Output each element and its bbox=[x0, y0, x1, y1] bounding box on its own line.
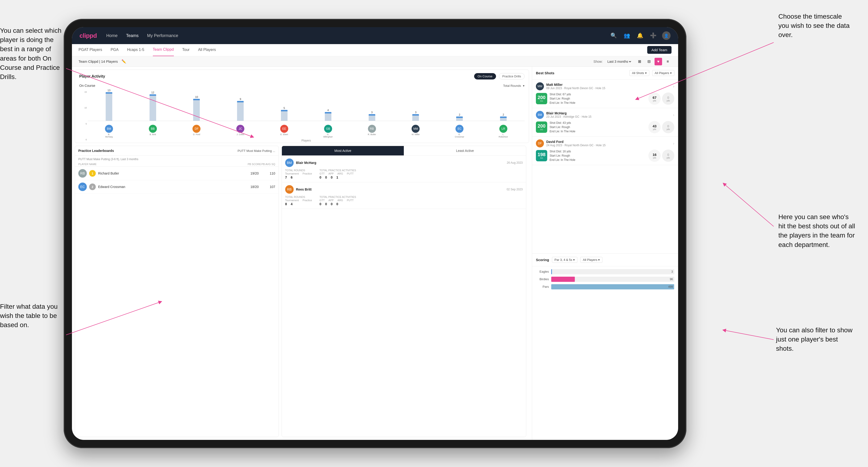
player-avatar-lrobertson: LR L. Robertson bbox=[482, 125, 525, 138]
birdies-bar-fill bbox=[551, 277, 575, 282]
tab-pga[interactable]: PGA bbox=[111, 44, 119, 56]
shot-metric-dist-matt: 67 yds bbox=[648, 92, 661, 105]
birdies-value: 96 bbox=[670, 278, 673, 281]
nav-my-performance[interactable]: My Performance bbox=[147, 33, 178, 38]
tab-most-active[interactable]: Most Active bbox=[282, 146, 404, 155]
shot-metric-dist-david: 16 yds bbox=[648, 150, 661, 162]
total-rounds-group-blair: Total Rounds Tournament Practice 7 6 bbox=[285, 169, 312, 179]
tab-all-players[interactable]: All Players bbox=[198, 44, 216, 56]
pars-value: 499 bbox=[668, 285, 673, 288]
plus-circle-icon[interactable]: ➕ bbox=[649, 31, 657, 40]
chart-filter-dropdown[interactable]: Total Rounds ▾ bbox=[503, 84, 525, 88]
total-rounds-label: Total Rounds bbox=[285, 169, 312, 172]
practice-dropdown[interactable]: PUTT Must Make Putting ... bbox=[238, 149, 275, 153]
shot-metric-zero-david: 0 yds bbox=[662, 150, 674, 162]
users-icon[interactable]: 👥 bbox=[622, 31, 631, 40]
nav-home[interactable]: Home bbox=[106, 33, 118, 38]
tab-least-active[interactable]: Least Active bbox=[404, 146, 526, 155]
search-icon[interactable]: 🔍 bbox=[609, 31, 618, 40]
activity-date-blair: 26 Aug 2023 bbox=[507, 161, 523, 164]
grid-4-view-btn[interactable]: ⊞ bbox=[636, 58, 643, 65]
total-rounds-label: Total Rounds bbox=[503, 84, 521, 88]
players-x-label: Players bbox=[88, 139, 525, 144]
player-avatar-rbutler: RB R. Butler bbox=[351, 125, 393, 138]
pars-label: Pars bbox=[536, 285, 549, 288]
arg-blair: 0 bbox=[331, 176, 333, 179]
bell-icon[interactable]: 🔔 bbox=[636, 31, 644, 40]
list-view-btn[interactable]: ≡ bbox=[664, 58, 672, 65]
bar-bmcharg: 13 bbox=[88, 89, 130, 121]
activity-item-blair[interactable]: BM Blair McHarg 26 Aug 2023 Total Rounds… bbox=[282, 156, 526, 182]
best-shots-title: Best Shots bbox=[536, 71, 554, 75]
shot-metrics-matt: 67 yds 0 yds bbox=[648, 92, 674, 105]
practice-player-name-rbutler: Richard Butler bbox=[98, 172, 242, 175]
practice-rounds-rees: 4 bbox=[291, 202, 293, 206]
player-activity-header: Player Activity On Course Practice Drill… bbox=[75, 70, 529, 82]
all-players-filter[interactable]: All Players ▾ bbox=[652, 70, 674, 76]
tab-tour[interactable]: Tour bbox=[182, 44, 190, 56]
chevron-down-icon: ▾ bbox=[645, 71, 647, 75]
add-team-button[interactable]: Add Team bbox=[647, 46, 672, 54]
practice-activities-group-rees: Total Practice Activities GTT APP ARG PU… bbox=[319, 195, 356, 206]
shot-avatar-matt: MM bbox=[536, 82, 544, 90]
practice-drills-toggle[interactable]: Practice Drills bbox=[499, 73, 525, 80]
chevron-down-icon: ▾ bbox=[598, 258, 600, 261]
player-avatar-bbritt: BB B. Britt bbox=[132, 125, 174, 138]
chart-area: On Course Total Rounds ▾ 15 10 5 bbox=[75, 82, 529, 143]
practice-row-2[interactable]: EC 2 Edward Crossman 18/20 107 bbox=[75, 180, 279, 194]
bar-gbillingham: 4 bbox=[307, 89, 349, 121]
shot-metrics-david: 16 yds 0 yds bbox=[648, 150, 674, 162]
par-filter[interactable]: Par 3, 4 & 5s ▾ bbox=[552, 257, 578, 263]
par-filter-label: Par 3, 4 & 5s bbox=[555, 258, 572, 261]
best-shots-header: Best Shots All Shots ▾ All Players ▾ bbox=[532, 67, 678, 80]
col-pb-avg: PB AVG SQ bbox=[261, 163, 275, 165]
scoring-row-birdies: Birdies 96 bbox=[536, 277, 674, 282]
main-content: Player Activity On Course Practice Drill… bbox=[72, 67, 678, 440]
activity-item-rees[interactable]: RB Rees Britt 02 Sep 2023 Total Rounds T… bbox=[282, 182, 526, 209]
scoring-players-filter[interactable]: All Players ▾ bbox=[580, 257, 602, 263]
all-shots-filter[interactable]: All Shots ▾ bbox=[629, 70, 649, 76]
annotation-filter: Filter what data you wish the table to b… bbox=[0, 302, 66, 330]
gtt-rees: 0 bbox=[319, 202, 321, 206]
tab-hcaps[interactable]: Hcaps 1-5 bbox=[127, 44, 144, 56]
user-avatar[interactable]: 👤 bbox=[662, 31, 671, 40]
chevron-down-icon: ▾ bbox=[523, 84, 525, 88]
practice-rounds-blair: 6 bbox=[291, 176, 293, 179]
sub-navigation: PGAT Players PGA Hcaps 1-5 Team Clippd T… bbox=[72, 44, 678, 56]
practice-row-1[interactable]: RB 1 Richard Butler 19/20 110 bbox=[75, 167, 279, 180]
app-logo: clippd bbox=[80, 32, 97, 39]
nav-teams[interactable]: Teams bbox=[126, 33, 139, 38]
grid-2-view-btn[interactable]: ⊟ bbox=[645, 58, 653, 65]
eagles-bar-fill bbox=[551, 269, 552, 274]
tab-team-clippd[interactable]: Team Clippd bbox=[153, 44, 174, 56]
edit-team-icon[interactable]: ✏️ bbox=[121, 59, 126, 64]
most-active-card: Most Active Least Active BM Blair McHarg… bbox=[282, 146, 526, 437]
shot-player-name-david: David Ford bbox=[546, 140, 671, 144]
shot-item-blair-mcharg[interactable]: BM Blair McHarg 23 Jul 2023 · Ashridge G… bbox=[532, 108, 678, 136]
shot-item-david-ford[interactable]: DF David Ford 24 Aug 2023 · Royal North … bbox=[532, 136, 678, 165]
shot-badge-blair: 200 SG bbox=[536, 121, 547, 133]
team-name-label: Team Clippd | 14 Players bbox=[79, 59, 118, 63]
practice-avg-ecrossman: 107 bbox=[261, 185, 275, 189]
activity-item-header-rees: RB Rees Britt 02 Sep 2023 bbox=[285, 185, 523, 194]
bar-lrobertson: 2 bbox=[482, 89, 525, 121]
svg-line-3 bbox=[724, 184, 774, 226]
shot-avatar-blair: BM bbox=[536, 111, 544, 119]
practice-values-rees: 0 0 0 0 bbox=[319, 202, 356, 206]
tab-pgat-players[interactable]: PGAT Players bbox=[79, 44, 102, 56]
practice-leaderboards-card: Practice Leaderboards PUTT Must Make Put… bbox=[75, 146, 279, 437]
time-filter-select[interactable]: Last 3 months Last month Last 6 months L… bbox=[607, 59, 632, 64]
shot-avatar-david: DF bbox=[536, 139, 544, 148]
scoring-card: Scoring Par 3, 4 & 5s ▾ All Players ▾ Ea… bbox=[532, 253, 678, 440]
annotation-timescale: Choose the timescale you wish to see the… bbox=[778, 12, 854, 40]
rounds-sub-labels: Tournament Practice bbox=[285, 172, 312, 175]
shot-badge-num-david: 198 bbox=[537, 152, 545, 157]
shot-item-matt-miller[interactable]: MM Matt Miller 09 Jun 2023 · Royal North… bbox=[532, 80, 678, 108]
practice-activities-group-blair: Total Practice Activities GTT APP ARG PU… bbox=[319, 169, 356, 179]
player-avatar-gbillingham: GB G. Billingham bbox=[307, 125, 349, 138]
on-course-toggle[interactable]: On Course bbox=[474, 73, 496, 80]
heart-view-btn[interactable]: ♥ bbox=[654, 58, 662, 65]
practice-sub-labels-rees: GTT APP ARG PUTT bbox=[319, 199, 356, 201]
bar-bbritt: 12 bbox=[132, 89, 174, 121]
shot-badge-sub-blair: SG bbox=[540, 128, 543, 131]
